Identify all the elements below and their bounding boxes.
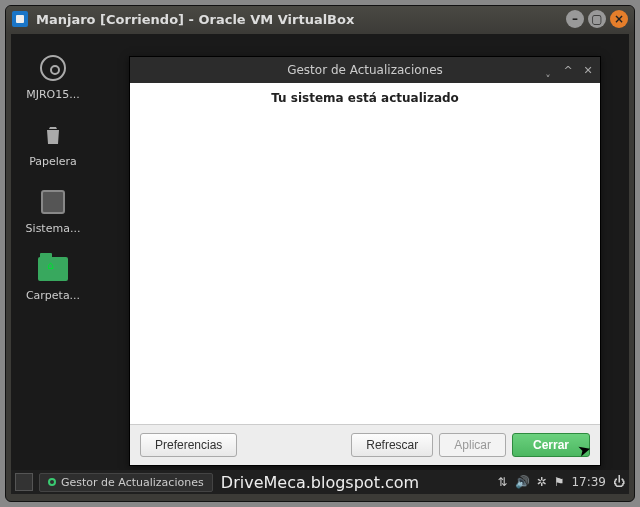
system-tray: ⇅ 🔊 ✲ ⚑ 17:39 ⏻	[498, 475, 625, 489]
refresh-button[interactable]: Refrescar	[351, 433, 433, 457]
window-maximize-icon[interactable]: ^	[562, 64, 574, 76]
window-close-icon[interactable]: ✕	[582, 64, 594, 76]
vbox-title: Manjaro [Corriendo] - Oracle VM VirtualB…	[36, 12, 566, 27]
update-title: Gestor de Actualizaciones	[287, 63, 443, 77]
desktop-icon-trash[interactable]: Papelera	[23, 119, 83, 168]
clock[interactable]: 17:39	[571, 475, 606, 489]
updater-task-icon	[48, 478, 56, 486]
desktop-icon-label: MJRO15...	[26, 88, 80, 101]
guest-desktop: MJRO15... Papelera Sistema... ⌂ Carpeta.…	[11, 34, 629, 494]
close-button[interactable]: ×	[610, 10, 628, 28]
volume-icon[interactable]: 🔊	[515, 475, 530, 489]
window-minimize-icon[interactable]: ˬ	[542, 64, 554, 76]
watermark-text: DriveMeca.blogspot.com	[221, 473, 419, 492]
taskbar-item-label: Gestor de Actualizaciones	[61, 476, 204, 489]
desktop-icon-label: Carpeta...	[26, 289, 80, 302]
start-menu-button[interactable]	[15, 473, 33, 491]
close-button-primary[interactable]: Cerrar ➤	[512, 433, 590, 457]
virtualbox-window: Manjaro [Corriendo] - Oracle VM VirtualB…	[5, 5, 635, 502]
vbox-window-controls: – ▢ ×	[566, 10, 628, 28]
update-list-area	[130, 113, 600, 424]
apply-button: Aplicar	[439, 433, 506, 457]
cursor-icon: ➤	[577, 441, 593, 460]
update-titlebar[interactable]: Gestor de Actualizaciones ˬ ^ ✕	[130, 57, 600, 83]
system-icon	[41, 190, 65, 214]
desktop-icon-folder[interactable]: ⌂ Carpeta...	[23, 253, 83, 302]
settings-tray-icon[interactable]: ✲	[537, 475, 547, 489]
disc-icon	[40, 55, 66, 81]
trash-icon	[37, 119, 69, 151]
notification-icon[interactable]: ⚑	[554, 475, 565, 489]
close-button-label: Cerrar	[533, 438, 569, 452]
preferences-button[interactable]: Preferencias	[140, 433, 237, 457]
update-manager-window: Gestor de Actualizaciones ˬ ^ ✕ Tu siste…	[129, 56, 601, 466]
desktop-icon-label: Papelera	[29, 155, 77, 168]
update-footer: Preferencias Refrescar Aplicar Cerrar ➤	[130, 424, 600, 465]
virtualbox-icon	[12, 11, 28, 27]
desktop-icons: MJRO15... Papelera Sistema... ⌂ Carpeta.…	[23, 52, 83, 320]
minimize-button[interactable]: –	[566, 10, 584, 28]
desktop-icon-disc[interactable]: MJRO15...	[23, 52, 83, 101]
taskbar: Gestor de Actualizaciones DriveMeca.blog…	[11, 470, 629, 494]
network-icon[interactable]: ⇅	[498, 475, 508, 489]
desktop-icon-system[interactable]: Sistema...	[23, 186, 83, 235]
taskbar-item-updater[interactable]: Gestor de Actualizaciones	[39, 473, 213, 492]
update-status-message: Tu sistema está actualizado	[130, 83, 600, 113]
vbox-titlebar[interactable]: Manjaro [Corriendo] - Oracle VM VirtualB…	[6, 6, 634, 32]
desktop-icon-label: Sistema...	[26, 222, 81, 235]
maximize-button[interactable]: ▢	[588, 10, 606, 28]
folder-icon: ⌂	[38, 257, 68, 281]
power-icon[interactable]: ⏻	[613, 475, 625, 489]
